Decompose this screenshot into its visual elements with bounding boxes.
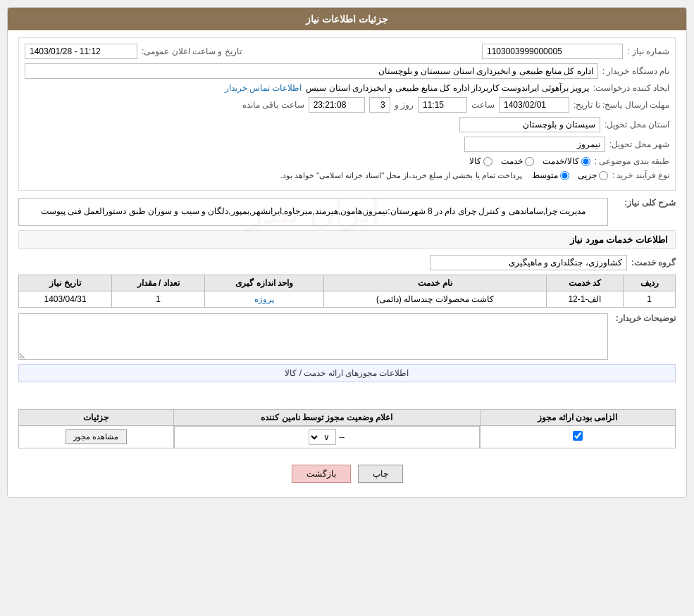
- service-group-label: گروه خدمت:: [631, 258, 676, 268]
- th-service-name: نام خدمت: [324, 275, 546, 291]
- deadline-days: 3: [369, 97, 390, 113]
- license-status-cell: --∨: [174, 426, 480, 448]
- purchase-type-note: پرداخت تمام یا بخشی از مبلغ خرید،از محل …: [280, 171, 522, 180]
- table-cell-name: کاشت محصولات چندساله (دائمی): [324, 291, 546, 307]
- purchase-type-label: نوع فرآیند خرید :: [612, 170, 669, 180]
- buyer-notes-textarea[interactable]: [18, 313, 608, 360]
- buyer-notes-label: توضیحات خریدار:: [612, 313, 676, 323]
- category-kala-khidmat: کالا/خدمت: [543, 156, 590, 166]
- delivery-province-label: استان محل تحویل:: [605, 120, 669, 130]
- row-service-group: گروه خدمت: کشاورزی، جنگلداری و ماهیگیری: [18, 255, 676, 270]
- category-khidmat: خدمت: [501, 156, 534, 166]
- purchase-type-radio-motawaset[interactable]: [560, 171, 569, 180]
- back-button[interactable]: بازگشت: [292, 465, 351, 483]
- row-delivery-city: شهر محل تحویل: نیمروز: [25, 137, 669, 152]
- need-desc-label: شرح کلی نیاز:: [612, 198, 676, 208]
- page-title: جزئیات اطلاعات نیاز: [8, 8, 686, 30]
- table-cell-quantity: 1: [112, 291, 205, 307]
- th-quantity: تعداد / مقدار: [112, 275, 205, 291]
- row-deadline: مهلت ارسال پاسخ: تا تاریخ: 1403/02/01 سا…: [25, 97, 669, 113]
- service-info-title: اطلاعات خدمات مورد نیاز: [18, 230, 676, 249]
- need-number-value: 1103003999000005: [482, 44, 623, 59]
- category-kala-khidmat-label: کالا/خدمت: [543, 156, 578, 166]
- th-row-num: ردیف: [624, 275, 676, 291]
- license-status-select[interactable]: ∨: [309, 429, 336, 445]
- row-buyer-notes: توضیحات خریدار:: [18, 313, 676, 360]
- deadline-date: 1403/02/01: [499, 97, 569, 113]
- need-desc-box: ایران تندر مدیریت چرا,ساماندهی و کنترل چ…: [18, 198, 608, 226]
- service-group-value: کشاورزی، جنگلداری و ماهیگیری: [430, 255, 627, 270]
- need-number-label: شماره نیاز :: [627, 46, 669, 56]
- info-section-top: شماره نیاز : 1103003999000005 تاریخ و سا…: [18, 37, 676, 191]
- category-label: طبقه بندی موضوعی :: [595, 156, 669, 166]
- buyer-org-value: اداره کل منابع طبیعی و ابخیزداری استان س…: [25, 63, 598, 79]
- deadline-time-label: ساعت: [471, 100, 495, 110]
- th-unit: واحد اندازه گیری: [205, 275, 324, 291]
- creator-link[interactable]: اطلاعات تماس خریدار: [225, 83, 302, 93]
- deadline-days-label: روز و: [395, 100, 414, 110]
- license-details-cell: مشاهده مجوز: [19, 425, 174, 448]
- table-cell-code: الف-1-12: [546, 291, 624, 307]
- category-kala: کالا: [469, 156, 492, 166]
- table-cell-unit: پروژه: [205, 291, 324, 307]
- th-date: تاریخ نیاز: [19, 275, 112, 291]
- th-license-status: اعلام وضعیت مجوز توسط نامین کننده: [173, 409, 480, 425]
- main-card: جزئیات اطلاعات نیاز شماره نیاز : 1103003…: [7, 7, 687, 498]
- public-announce-label: تاریخ و ساعت اعلان عمومی:: [142, 46, 242, 56]
- row-creator: ایجاد کننده درخواست: پرویز برآهوئی ایران…: [25, 83, 669, 93]
- license-status-text: --: [339, 432, 345, 442]
- row-category: طبقه بندی موضوعی : کالا/خدمت خدمت کال: [25, 156, 669, 166]
- license-table-row: --∨مشاهده مجوز: [19, 425, 676, 448]
- th-license-mandatory: الزامی بودن ارائه مجوز: [480, 409, 675, 425]
- th-license-details: جزئیات: [19, 409, 174, 425]
- delivery-province-value: سیستان و بلوچستان: [459, 117, 600, 132]
- license-mandatory-checkbox[interactable]: [573, 431, 583, 441]
- license-mandatory-cell: [480, 425, 675, 448]
- table-cell-row: 1: [624, 291, 676, 307]
- deadline-label: مهلت ارسال پاسخ: تا تاریخ:: [574, 100, 669, 110]
- table-cell-date: 1403/04/31: [19, 291, 112, 307]
- category-kala-label: کالا: [469, 156, 481, 166]
- spacer: [18, 388, 676, 409]
- purchase-type-motawaset: متوسط: [532, 170, 569, 180]
- delivery-city-label: شهر محل تحویل:: [609, 139, 669, 149]
- license-details-button[interactable]: مشاهده مجوز: [66, 429, 126, 444]
- deadline-time: 11:15: [418, 97, 467, 113]
- creator-label: ایجاد کننده درخواست:: [593, 83, 669, 93]
- page-container: جزئیات اطلاعات نیاز شماره نیاز : 1103003…: [0, 0, 694, 616]
- purchase-type-jozii-label: جزیی: [578, 170, 597, 180]
- category-radio-khidmat[interactable]: [525, 157, 534, 166]
- row-buyer-org: نام دستگاه خریدار : اداره کل منابع طبیعی…: [25, 63, 669, 79]
- need-desc-value: مدیریت چرا,ساماندهی و کنترل چرای دام در …: [41, 206, 586, 216]
- category-khidmat-label: خدمت: [501, 156, 523, 166]
- category-radio-group: کالا/خدمت خدمت کالا: [469, 156, 590, 166]
- purchase-type-jozii: جزیی: [578, 170, 608, 180]
- print-button[interactable]: چاپ: [358, 465, 403, 483]
- deadline-remaining: 23:21:08: [309, 97, 365, 113]
- row-need-number: شماره نیاز : 1103003999000005 تاریخ و سا…: [25, 44, 669, 59]
- public-announce-value: 1403/01/28 - 11:12: [25, 44, 137, 59]
- deadline-remaining-label: ساعت باقی مانده: [242, 100, 304, 110]
- button-row: چاپ بازگشت: [18, 454, 676, 490]
- delivery-city-value: نیمروز: [464, 137, 605, 152]
- row-purchase-type: نوع فرآیند خرید : جزیی متوسط پرداخت تمام…: [25, 170, 669, 180]
- license-info-title: اطلاعات مجوزهای ارائه خدمت / کالا: [18, 364, 676, 382]
- card-body: شماره نیاز : 1103003999000005 تاریخ و سا…: [8, 30, 686, 497]
- th-service-code: کد خدمت: [546, 275, 624, 291]
- category-radio-kala[interactable]: [483, 157, 492, 166]
- creator-value: پرویز برآهوئی ایراندوست کاربرداز اداره ک…: [306, 83, 589, 93]
- purchase-type-radio-jozii[interactable]: [599, 171, 608, 180]
- service-table: ردیف کد خدمت نام خدمت واحد اندازه گیری ت…: [18, 275, 676, 308]
- purchase-type-radio-group: جزیی متوسط: [532, 170, 608, 180]
- buyer-org-label: نام دستگاه خریدار :: [602, 66, 669, 76]
- table-row: 1الف-1-12کاشت محصولات چندساله (دائمی)پرو…: [19, 291, 676, 307]
- purchase-type-motawaset-label: متوسط: [532, 170, 558, 180]
- license-table: الزامی بودن ارائه مجوز اعلام وضعیت مجوز …: [18, 409, 676, 449]
- row-delivery-province: استان محل تحویل: سیستان و بلوچستان: [25, 117, 669, 132]
- row-need-desc: شرح کلی نیاز: ایران تندر مدیریت چرا,ساما…: [18, 198, 676, 226]
- category-radio-kala-khidmat[interactable]: [581, 157, 590, 166]
